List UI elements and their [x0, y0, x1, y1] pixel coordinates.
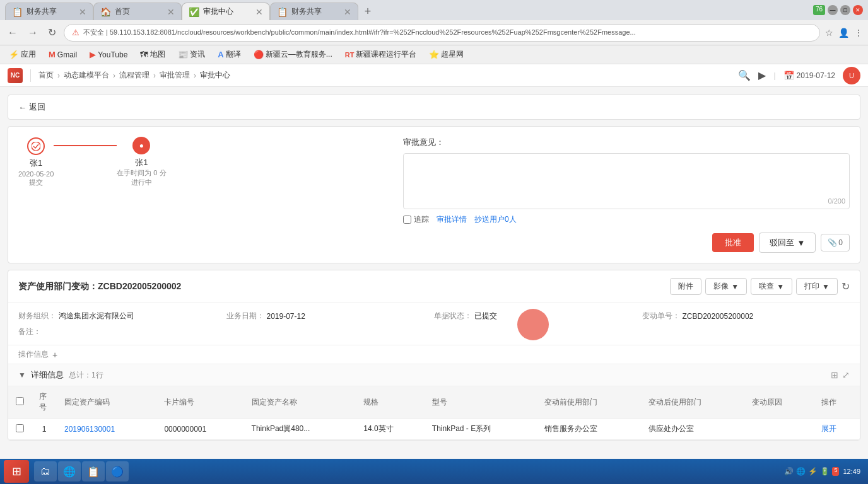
doc-status-label: 单据状态：: [434, 311, 472, 321]
bookmark-news[interactable]: 📰 资讯: [174, 48, 209, 61]
step-1-circle: [27, 137, 45, 155]
bookmark-gmail[interactable]: M Gmail: [45, 49, 81, 60]
grid-view-icon[interactable]: ⊞: [831, 370, 838, 380]
bookmark-xinjiang-edu[interactable]: 🔴 新疆云—教育服务...: [250, 48, 336, 61]
tab-4[interactable]: 📋 财务共享 ✕: [270, 3, 358, 20]
document-section: 资产使用部门变动：ZCBD202005200002 附件 影像 ▼ 联查 ▼: [8, 270, 860, 441]
reject-dropdown-icon: ▼: [797, 238, 805, 248]
finance-org-item: 财务组织： 鸿途集团水泥有限公司: [18, 311, 226, 321]
print-tool-button[interactable]: 打印 ▼: [796, 278, 838, 295]
reload-nav-button[interactable]: ↻: [45, 25, 59, 40]
td-seq: 1: [32, 418, 57, 440]
bookmark-maps[interactable]: 🗺 地图: [136, 48, 169, 61]
approval-detail-link[interactable]: 审批详情: [437, 214, 467, 225]
tab-2-label: 首页: [115, 6, 163, 17]
taskbar-item-browser[interactable]: 🌐: [58, 461, 81, 481]
tab-4-close[interactable]: ✕: [344, 7, 351, 17]
tab-3[interactable]: ✅ 审批中心 ✕: [182, 3, 270, 20]
image-tool-button[interactable]: 影像 ▼: [705, 278, 747, 295]
maximize-button[interactable]: □: [840, 5, 850, 15]
step-1: 张1 2020-05-20 提交: [18, 137, 54, 187]
bookmark-apps[interactable]: ⚡ 应用: [5, 48, 40, 61]
bookmark-youtube[interactable]: ▶ YouTube: [86, 49, 131, 60]
forward-nav-button[interactable]: →: [25, 26, 40, 40]
image-dropdown-icon: ▼: [731, 282, 739, 291]
row-checkbox[interactable]: [16, 424, 24, 432]
bookmark-star-icon[interactable]: ☆: [825, 28, 833, 38]
select-all-checkbox[interactable]: [16, 397, 24, 405]
copy-users-link[interactable]: 抄送用户0人: [474, 214, 517, 225]
menu-icon[interactable]: ⋮: [854, 28, 863, 38]
tab-3-close[interactable]: ✕: [255, 7, 263, 17]
profile-icon[interactable]: 👤: [838, 28, 849, 38]
user-initials: U: [849, 72, 854, 79]
paperclip-icon: 📎: [828, 238, 837, 247]
track-checkbox[interactable]: [403, 216, 411, 224]
bookmark-translate[interactable]: A 翻译: [214, 48, 244, 61]
finance-org-value: 鸿途集团水泥有限公司: [59, 311, 134, 321]
address-bar: ← → ↻ ⚠ 不安全 | 59.110.153.182:8081/ncclou…: [0, 20, 868, 45]
action-expand-link[interactable]: 展开: [821, 424, 836, 433]
attachment-button[interactable]: 📎 0: [821, 234, 850, 251]
start-button[interactable]: ⊞: [4, 460, 29, 483]
search-icon[interactable]: 🔍: [738, 69, 751, 81]
gmail-icon: M: [49, 50, 56, 59]
date-display: 📅 2019-07-12: [783, 71, 835, 81]
approve-button[interactable]: 批准: [712, 233, 754, 252]
th-card-no: 卡片编号: [156, 386, 243, 418]
translate-icon: A: [218, 50, 223, 59]
bookmark-superstar[interactable]: ⭐ 超星网: [425, 48, 467, 61]
detail-count-value: 1: [91, 371, 96, 379]
tab-1[interactable]: 📋 财务共享 ✕: [5, 3, 93, 20]
security-icon: ⚠: [72, 28, 79, 37]
comment-textarea[interactable]: [408, 158, 845, 195]
breadcrumb-workflow[interactable]: 流程管理: [119, 70, 150, 81]
td-card-no: 0000000001: [156, 418, 243, 440]
expand-view-icon[interactable]: ⤢: [842, 370, 850, 380]
tab-1-close[interactable]: ✕: [79, 7, 86, 17]
minimize-button[interactable]: —: [828, 5, 838, 15]
bookmark-gmail-label: Gmail: [57, 50, 77, 59]
asset-code-link[interactable]: 201906130001: [64, 425, 115, 434]
back-button[interactable]: ← 返回: [18, 101, 850, 113]
breadcrumb-home[interactable]: 首页: [38, 70, 54, 81]
youtube-icon: ▶: [90, 50, 96, 59]
taskbar-item-chrome[interactable]: 🔵: [106, 461, 129, 481]
bookmark-youtube-label: YouTube: [98, 50, 127, 59]
url-bar[interactable]: ⚠ 不安全 | 59.110.153.182:8081/nccloud/reso…: [64, 24, 820, 42]
breadcrumb-approval-mgmt[interactable]: 审批管理: [160, 70, 190, 81]
play-icon[interactable]: ▶: [758, 69, 766, 81]
taskbar-items: 🗂 🌐 📋 🔵: [32, 461, 782, 481]
query-tool-button[interactable]: 联查 ▼: [751, 278, 792, 295]
business-date-label: 业务日期：: [226, 311, 264, 321]
tab-2-close[interactable]: ✕: [167, 7, 175, 17]
td-asset-code: 201906130001: [57, 418, 156, 440]
time-display: 12:49: [843, 468, 860, 475]
attachment-tool-button[interactable]: 附件: [670, 278, 701, 295]
image-tool-label: 影像: [713, 281, 729, 292]
track-checkbox-item: 追踪: [403, 214, 429, 225]
user-avatar[interactable]: U: [843, 67, 860, 84]
refresh-button[interactable]: ↻: [842, 278, 850, 295]
doc-header: 资产使用部门变动：ZCBD202005200002 附件 影像 ▼ 联查 ▼: [8, 270, 860, 303]
taskbar-item-explorer[interactable]: 🗂: [34, 461, 57, 481]
attachment-count: 0: [838, 238, 843, 247]
td-before-dept: 销售服务办公室: [537, 418, 640, 440]
bookmark-xinjiang-course[interactable]: RT 新疆课程运行平台: [341, 48, 421, 61]
breadcrumb-platform[interactable]: 动态建模平台: [64, 70, 109, 81]
approval-section: 张1 2020-05-20 提交 ●: [8, 126, 860, 263]
comment-counter: 0/200: [408, 197, 845, 205]
step-1-info: 张1 2020-05-20 提交: [18, 158, 54, 187]
new-tab-button[interactable]: +: [358, 3, 377, 20]
td-model: ThinkPad - E系列: [425, 418, 537, 440]
ops-add-icon[interactable]: +: [52, 350, 57, 360]
tray-icon-1: 🔊: [784, 467, 794, 476]
reject-button[interactable]: 驳回至 ▼: [759, 233, 816, 253]
back-nav-button[interactable]: ←: [5, 26, 20, 40]
expand-icon[interactable]: ▼: [18, 371, 26, 379]
close-button[interactable]: ✕: [853, 5, 863, 15]
breadcrumb-sep-1: ›: [57, 71, 60, 80]
win-counter: 76: [813, 5, 825, 15]
tab-2[interactable]: 🏠 首页 ✕: [93, 3, 182, 20]
taskbar-item-app[interactable]: 📋: [82, 461, 105, 481]
